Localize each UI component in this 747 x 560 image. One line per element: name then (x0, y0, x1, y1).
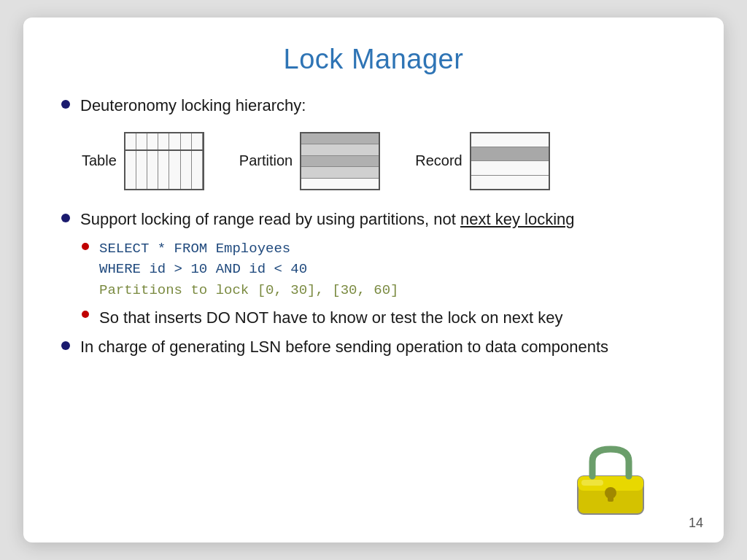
record-label-group: Record (415, 132, 549, 190)
sql-code-block: SELECT * FROM Employees WHERE id > 10 AN… (99, 238, 398, 301)
partition-diagram-item: Partition (239, 132, 380, 195)
bullet-dot-3 (61, 341, 70, 350)
v-line-5 (169, 133, 180, 189)
slide: Lock Manager Deuteronomy locking hierarc… (23, 18, 724, 542)
table-diagram (124, 132, 204, 190)
svg-rect-3 (608, 493, 614, 502)
insert-bullet-dot (82, 311, 89, 318)
bullet-text-2: Support locking of range read by using p… (80, 208, 575, 231)
bullet-1: Deuteronomy locking hierarchy: (61, 94, 686, 117)
bullet-dot-2 (61, 214, 70, 222)
v-line-7 (192, 133, 203, 189)
bullet-text-3: In charge of generating LSN before sendi… (80, 335, 608, 359)
hierarchy-diagrams: Table (82, 132, 686, 195)
next-key-locking-text: next key locking (460, 210, 575, 228)
sql-sub-bullet: SELECT * FROM Employees WHERE id > 10 AN… (82, 238, 686, 301)
record-row-4 (471, 176, 549, 189)
record-row-3 (471, 161, 549, 175)
lock-icon-container (570, 443, 665, 516)
record-row-2 (471, 147, 549, 161)
v-line-2 (136, 133, 147, 189)
slide-title: Lock Manager (61, 44, 686, 75)
sql-line-1: SELECT * FROM Employees (99, 241, 290, 257)
record-label: Record (415, 152, 462, 169)
partition-label-group: Partition (239, 132, 380, 190)
partition-row-3 (301, 156, 379, 167)
bullet-dot-1 (61, 100, 70, 109)
table-h-separator (125, 149, 203, 151)
sql-line-2: WHERE id > 10 AND id < 40 (99, 261, 307, 277)
partition-row-4 (301, 167, 379, 178)
bullet-2: Support locking of range read by using p… (61, 208, 686, 231)
sql-line-3: Partitions to lock [0, 30], [30, 60] (99, 282, 398, 298)
record-diagram (470, 132, 550, 190)
partition-row-2 (301, 144, 379, 155)
partition-diagram (300, 132, 380, 190)
partition-row-5 (301, 179, 379, 189)
record-diagram-item: Record (415, 132, 549, 195)
table-vertical-lines (125, 133, 203, 189)
lock-icon (570, 443, 665, 516)
v-line-1 (125, 133, 136, 189)
sql-bullet-dot (82, 243, 89, 250)
insert-sub-bullet: So that inserts DO NOT have to know or t… (82, 306, 686, 330)
table-label: Table (82, 152, 117, 169)
svg-rect-4 (581, 480, 603, 486)
table-diagram-item: Table (82, 132, 204, 195)
record-row-1 (471, 133, 549, 147)
partition-row-1 (301, 133, 379, 144)
bullet-text-1: Deuteronomy locking hierarchy: (80, 94, 306, 117)
v-line-6 (181, 133, 192, 189)
bullet-3: In charge of generating LSN before sendi… (61, 335, 686, 359)
table-label-group: Table (82, 132, 204, 190)
v-line-4 (158, 133, 169, 189)
v-line-3 (147, 133, 158, 189)
partition-label: Partition (239, 152, 293, 169)
insert-bullet-text: So that inserts DO NOT have to know or t… (99, 306, 562, 330)
page-number: 14 (689, 516, 703, 531)
